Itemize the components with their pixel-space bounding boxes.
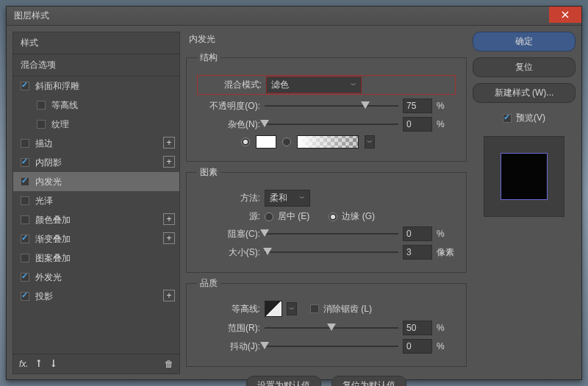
sidebar-item-drop-shadow[interactable]: 投影 + xyxy=(13,287,179,306)
slider-thumb-icon[interactable] xyxy=(260,229,269,237)
quality-legend: 品质 xyxy=(197,277,220,290)
move-down-icon[interactable]: 🠗 xyxy=(49,359,58,369)
sidebar-item-label: 描边 xyxy=(35,137,53,150)
contour-checkbox[interactable] xyxy=(37,101,46,110)
chevron-down-icon: ﹀ xyxy=(351,81,356,89)
trash-icon[interactable]: 🗑 xyxy=(165,359,173,369)
range-slider[interactable] xyxy=(265,323,398,333)
antialias-label: 消除锯齿 (L) xyxy=(323,303,372,315)
bevel-checkbox[interactable] xyxy=(21,82,29,90)
slider-thumb-icon[interactable] xyxy=(263,248,272,255)
range-input[interactable]: 50 xyxy=(403,321,432,335)
sidebar-item-bevel[interactable]: 斜面和浮雕 xyxy=(13,76,179,96)
sidebar-item-label: 外发光 xyxy=(35,271,62,284)
gradient-radio[interactable] xyxy=(282,137,291,146)
gradient-dropdown[interactable]: ﹀ xyxy=(365,135,375,149)
sidebar-item-label: 光泽 xyxy=(35,195,53,207)
blend-mode-select[interactable]: 滤色 ﹀ xyxy=(266,76,362,93)
color-swatch[interactable] xyxy=(256,135,276,149)
styles-sidebar: 样式 混合选项 斜面和浮雕 等高线 纹理 描边 + 内阴影 xyxy=(12,32,180,374)
jitter-slider[interactable] xyxy=(265,341,398,351)
contour-row: 等高线: ﹀ 消除锯齿 (L) xyxy=(197,301,456,317)
color-source-row: ﹀ xyxy=(197,135,456,149)
slider-thumb-icon[interactable] xyxy=(260,120,269,127)
contour-dropdown[interactable]: ﹀ xyxy=(287,302,297,315)
preview-box xyxy=(484,136,564,217)
sidebar-header-styles[interactable]: 样式 xyxy=(13,32,179,54)
add-inner-shadow-button[interactable]: + xyxy=(163,156,175,168)
move-up-icon[interactable]: 🠕 xyxy=(35,359,43,369)
add-gradient-overlay-button[interactable]: + xyxy=(163,232,175,244)
size-slider[interactable] xyxy=(265,247,398,257)
outer-glow-checkbox[interactable] xyxy=(21,273,29,282)
range-label: 范围(R): xyxy=(197,322,260,335)
inner-glow-checkbox[interactable] xyxy=(21,177,29,186)
sidebar-item-texture[interactable]: 纹理 xyxy=(13,115,179,134)
inner-shadow-checkbox[interactable] xyxy=(21,158,29,167)
choke-unit: % xyxy=(437,229,456,239)
slider-thumb-icon[interactable] xyxy=(327,324,336,331)
sidebar-item-contour[interactable]: 等高线 xyxy=(13,96,179,115)
add-stroke-button[interactable]: + xyxy=(163,137,175,149)
ok-button[interactable]: 确定 xyxy=(473,32,576,51)
slider-thumb-icon[interactable] xyxy=(260,342,269,349)
blend-mode-value: 滤色 xyxy=(271,79,289,91)
close-button[interactable] xyxy=(549,7,581,23)
antialias-checkbox[interactable] xyxy=(310,304,319,313)
titlebar[interactable]: 图层样式 xyxy=(7,7,581,26)
sidebar-item-label: 渐变叠加 xyxy=(35,233,71,246)
add-color-overlay-button[interactable]: + xyxy=(163,213,175,225)
opacity-label: 不透明度(O): xyxy=(197,100,260,112)
texture-checkbox[interactable] xyxy=(37,120,46,129)
gradient-swatch[interactable] xyxy=(297,135,359,149)
new-style-button[interactable]: 新建样式 (W)... xyxy=(473,83,576,103)
source-row: 源: 居中 (E) 边缘 (G) xyxy=(197,210,456,223)
sidebar-item-satin[interactable]: 光泽 xyxy=(13,191,179,210)
sidebar-item-label: 内阴影 xyxy=(35,157,62,169)
reset-default-button[interactable]: 复位为默认值 xyxy=(331,376,406,386)
slider-thumb-icon[interactable] xyxy=(361,101,370,109)
drop-shadow-checkbox[interactable] xyxy=(21,292,29,301)
fx-menu-icon[interactable]: fx. xyxy=(19,359,29,369)
satin-checkbox[interactable] xyxy=(21,196,29,205)
stroke-checkbox[interactable] xyxy=(21,139,29,148)
sidebar-footer: fx. 🠕 🠗 🗑 xyxy=(13,354,179,374)
contour-picker[interactable] xyxy=(265,301,282,317)
preview-checkbox[interactable] xyxy=(503,114,512,123)
pattern-overlay-checkbox[interactable] xyxy=(21,254,29,262)
elements-group: 图素 方法: 柔和 ﹀ 源: 居中 (E) 边缘 (G) xyxy=(186,166,467,273)
size-input[interactable]: 3 xyxy=(403,245,432,260)
sidebar-item-stroke[interactable]: 描边 + xyxy=(13,134,179,153)
blend-mode-label: 混合模式: xyxy=(198,79,262,91)
color-overlay-checkbox[interactable] xyxy=(21,215,29,224)
solid-color-radio[interactable] xyxy=(241,137,250,146)
sidebar-item-color-overlay[interactable]: 颜色叠加 + xyxy=(13,210,179,229)
choke-input[interactable]: 0 xyxy=(403,226,432,241)
method-select[interactable]: 柔和 ﹀ xyxy=(265,190,310,207)
opacity-slider[interactable] xyxy=(265,101,398,111)
cancel-button[interactable]: 复位 xyxy=(473,57,576,77)
opacity-input[interactable]: 75 xyxy=(403,99,432,113)
close-icon xyxy=(562,11,569,18)
add-drop-shadow-button[interactable]: + xyxy=(163,290,175,301)
source-edge-radio[interactable] xyxy=(329,212,337,221)
sidebar-item-label: 等高线 xyxy=(51,99,78,112)
sidebar-item-pattern-overlay[interactable]: 图案叠加 xyxy=(13,249,179,268)
source-center-radio[interactable] xyxy=(265,212,273,221)
window-title: 图层样式 xyxy=(14,10,49,22)
make-default-button[interactable]: 设置为默认值 xyxy=(246,376,321,386)
noise-slider[interactable] xyxy=(265,119,398,129)
sidebar-header-blend[interactable]: 混合选项 xyxy=(13,54,179,76)
sidebar-item-inner-glow[interactable]: 内发光 xyxy=(13,172,179,191)
range-unit: % xyxy=(437,323,456,333)
sidebar-item-inner-shadow[interactable]: 内阴影 + xyxy=(13,153,179,172)
choke-label: 阻塞(C): xyxy=(197,228,260,240)
sidebar-item-label: 内发光 xyxy=(35,176,62,188)
noise-input[interactable]: 0 xyxy=(403,117,432,132)
choke-slider[interactable] xyxy=(265,229,398,239)
plus-icon: + xyxy=(166,233,171,243)
gradient-overlay-checkbox[interactable] xyxy=(21,235,29,243)
sidebar-item-outer-glow[interactable]: 外发光 xyxy=(13,268,179,287)
sidebar-item-gradient-overlay[interactable]: 渐变叠加 + xyxy=(13,229,179,249)
jitter-input[interactable]: 0 xyxy=(403,339,432,354)
